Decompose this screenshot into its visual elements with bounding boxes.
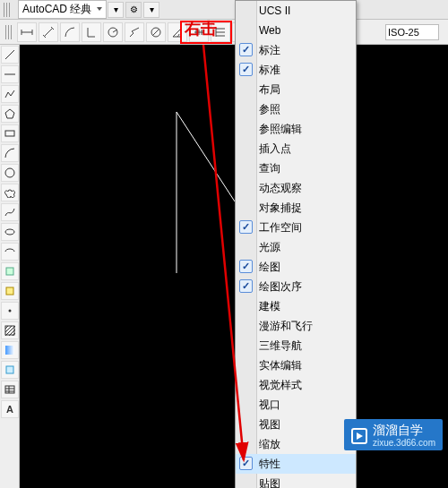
arc-button[interactable] <box>1 144 19 162</box>
svg-rect-5 <box>6 268 13 275</box>
diameter-dim-button[interactable] <box>146 22 166 42</box>
grip-icon <box>4 3 11 17</box>
menu-item-label: 视口 <box>259 398 280 413</box>
menu-item-label: 实体编辑 <box>259 358 302 373</box>
region-button[interactable] <box>1 361 19 379</box>
menu-item[interactable]: ✓特性 <box>236 454 356 474</box>
dimension-toolbar <box>0 20 448 45</box>
menu-item[interactable]: 光源 <box>236 237 356 257</box>
construction-line-button[interactable] <box>1 65 19 83</box>
menu-item[interactable]: ✓绘图 <box>236 257 356 277</box>
arc-dim-button[interactable] <box>60 22 80 42</box>
ordinate-dim-button[interactable] <box>82 22 101 42</box>
point-button[interactable] <box>1 302 19 320</box>
menu-item-label: 标注 <box>259 43 280 58</box>
svg-point-3 <box>5 168 14 177</box>
menu-item-label: 缩放 <box>259 437 280 452</box>
check-icon: ✓ <box>239 43 253 56</box>
menu-item[interactable]: 漫游和飞行 <box>236 316 356 336</box>
gear-icon: ⚙ <box>130 4 138 14</box>
menu-item[interactable]: ✓标准 <box>236 60 356 80</box>
watermark-brand: 溜溜自学 <box>373 423 423 437</box>
menu-item-label: 工作空间 <box>259 220 302 235</box>
dimstyle-input[interactable] <box>385 24 439 40</box>
menu-item[interactable]: 贴图 <box>236 474 356 488</box>
radius-dim-button[interactable] <box>103 22 123 42</box>
menu-item[interactable]: 缩放 <box>236 434 356 454</box>
menu-item[interactable]: 参照编辑 <box>236 119 356 139</box>
insert-block-button[interactable] <box>1 262 19 280</box>
menu-item[interactable]: 查询 <box>236 158 356 178</box>
menu-item[interactable]: ✓绘图次序 <box>236 277 356 296</box>
workspace-save-button[interactable]: ▾ <box>108 2 124 18</box>
menu-item[interactable]: 建模 <box>236 296 356 316</box>
menu-item-label: 视觉样式 <box>259 378 302 393</box>
menu-item-label: 标准 <box>259 63 280 78</box>
menu-item-label: Web <box>259 24 280 37</box>
menu-item-label: 参照编辑 <box>259 122 302 137</box>
hatch-button[interactable] <box>1 321 19 339</box>
menu-item-label: 插入点 <box>259 141 291 157</box>
menu-item[interactable]: 对象捕捉 <box>236 198 356 218</box>
menu-item[interactable]: 三维导航 <box>236 336 356 355</box>
draw-toolbar: A <box>0 45 20 488</box>
menu-item[interactable]: 视图 <box>236 415 356 434</box>
watermark-url: zixue.3d66.com <box>373 438 435 449</box>
menu-item[interactable]: 实体编辑 <box>236 355 356 375</box>
menu-item-label: 查询 <box>259 161 280 176</box>
grip-icon <box>5 25 13 39</box>
play-icon <box>351 428 367 444</box>
rectangle-button[interactable] <box>1 124 19 142</box>
menu-item[interactable]: 视觉样式 <box>236 375 356 395</box>
menu-item[interactable]: ✓标注 <box>236 40 356 60</box>
workspace-selector[interactable]: AutoCAD 经典 <box>18 0 107 19</box>
menu-item[interactable]: 参照 <box>236 99 356 119</box>
menu-item[interactable]: 动态观察 <box>236 178 356 198</box>
workspace-settings-button[interactable]: ⚙ <box>125 2 142 18</box>
workspace-dropdown-button[interactable]: ▾ <box>143 2 159 18</box>
menu-item-label: 特性 <box>259 457 280 472</box>
menu-item[interactable]: 视口 <box>236 395 356 415</box>
ellipse-arc-button[interactable] <box>1 243 19 261</box>
menu-item-label: 绘图次序 <box>259 279 302 295</box>
ellipse-button[interactable] <box>1 223 19 241</box>
toolbar-context-menu: UCS IIWeb✓标注✓标准布局参照参照编辑插入点查询动态观察对象捕捉✓工作空… <box>235 0 357 488</box>
table-button[interactable] <box>1 381 19 398</box>
menu-item[interactable]: ✓工作空间 <box>236 218 356 237</box>
svg-point-4 <box>5 229 14 235</box>
menu-item-label: 光源 <box>259 240 280 255</box>
menu-item-label: 动态观察 <box>259 181 302 196</box>
check-icon: ✓ <box>239 457 253 470</box>
menu-item[interactable]: UCS II <box>236 1 356 21</box>
line-button[interactable] <box>1 46 19 64</box>
menu-item-label: 视图 <box>259 417 280 432</box>
make-block-button[interactable] <box>1 282 19 300</box>
svg-rect-10 <box>6 366 13 373</box>
menu-item-label: 三维导航 <box>259 338 302 354</box>
annotation-text: 右击 <box>185 18 217 39</box>
polygon-button[interactable] <box>1 105 19 123</box>
menu-item-label: 漫游和飞行 <box>259 319 313 334</box>
revision-cloud-button[interactable] <box>1 184 19 201</box>
menu-item[interactable]: 布局 <box>236 80 356 99</box>
check-icon: ✓ <box>239 279 253 293</box>
polyline-button[interactable] <box>1 85 19 103</box>
jogged-dim-button[interactable] <box>125 22 144 42</box>
menu-item-label: 布局 <box>259 82 280 98</box>
spline-button[interactable] <box>1 203 19 221</box>
menu-item[interactable]: 插入点 <box>236 139 356 158</box>
menu-item[interactable]: Web <box>236 21 356 40</box>
mtext-button[interactable]: A <box>1 400 19 418</box>
linear-dim-button[interactable] <box>17 22 37 42</box>
svg-point-7 <box>9 310 12 312</box>
menu-item-label: 贴图 <box>259 476 280 489</box>
svg-rect-6 <box>6 287 13 295</box>
workspace-label: AutoCAD 经典 <box>22 3 91 15</box>
menu-item-label: 参照 <box>259 102 280 117</box>
circle-button[interactable] <box>1 164 19 182</box>
gradient-button[interactable] <box>1 341 19 359</box>
menu-item-label: 对象捕捉 <box>259 201 302 216</box>
aligned-dim-button[interactable] <box>39 22 58 42</box>
menu-item-label: UCS II <box>259 4 290 17</box>
menu-item-label: 绘图 <box>259 260 280 275</box>
